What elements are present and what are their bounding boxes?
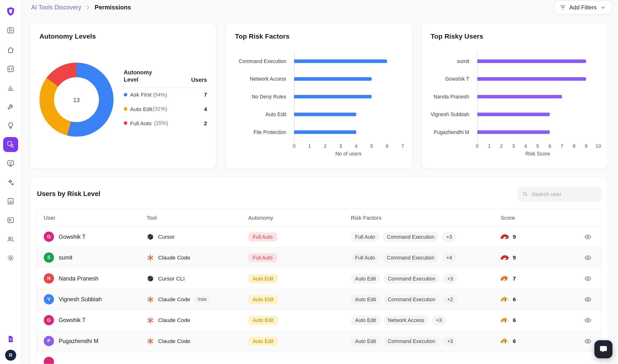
score-value: 6: [513, 296, 516, 302]
cursor-tool-icon: [147, 275, 154, 282]
sidebar-item-docs[interactable]: [3, 332, 18, 347]
donut-total: 13: [39, 63, 114, 137]
gauge-icon: [501, 318, 509, 323]
bar-row: File Protection: [235, 123, 403, 141]
legend-header-level: Autonomy Level: [124, 69, 158, 83]
summary-cards-row: Autonomy Levels 13 Autonomy Level Users …: [22, 14, 618, 169]
bar-category-label: Pugazhendhi M: [431, 129, 477, 135]
axis-tick: 10: [595, 143, 601, 149]
view-details-icon[interactable]: [584, 296, 592, 303]
sidebar-item-tools[interactable]: [3, 99, 18, 114]
col-header-score: Score: [501, 214, 560, 221]
legend-row: Auto Edit(31%)4: [124, 102, 207, 116]
legend-dot: [124, 93, 127, 97]
gear-icon: [7, 254, 15, 262]
sidebar-item-insights[interactable]: [3, 118, 18, 133]
autonomy-badge: Full Auto: [248, 232, 277, 241]
sidebar-item-home[interactable]: [3, 42, 18, 57]
bar-category-label: Nanda Pranesh: [431, 94, 477, 99]
view-details-icon[interactable]: [584, 316, 592, 324]
score-cell: 6: [501, 317, 560, 323]
bar-category-label: Vignesh Subbiah: [431, 112, 477, 117]
bar-track: [477, 130, 598, 134]
gauge-icon: [501, 255, 509, 260]
bar: [477, 95, 562, 99]
bar-track: [294, 95, 403, 99]
risky-users-axis-label: Risk Score: [477, 151, 598, 157]
user-cell: [44, 357, 147, 364]
score-cell: 6: [501, 296, 560, 302]
bar-track: [294, 130, 403, 134]
sidebar-item-workspace[interactable]: [3, 61, 18, 76]
sidebar-toggle[interactable]: [3, 23, 18, 38]
view-details-icon[interactable]: [584, 233, 592, 240]
bar: [477, 130, 550, 134]
risk-chip: Auto Edit: [351, 336, 380, 346]
view-details-icon[interactable]: [584, 254, 592, 261]
sidebar-item-users[interactable]: [3, 232, 18, 247]
table-row[interactable]: NNanda PraneshCursor CLIAuto EditAuto Ed…: [37, 268, 601, 289]
axis-tick: 0: [476, 143, 478, 149]
app-logo[interactable]: [6, 6, 16, 16]
score-cell: 9: [501, 234, 560, 240]
table-row[interactable]: GGowshik TClaude CodeAuto EditAuto EditN…: [37, 310, 601, 331]
tool-name: Claude Code: [158, 317, 190, 323]
table-row[interactable]: VVignesh SubbiahClaude CodemaxAuto EditA…: [37, 289, 601, 310]
top-risky-users-card: Top Risky Users sumitGowshik TNanda Pran…: [421, 23, 608, 169]
users-table: User Tool Autonomy Risk Factors Score GG…: [36, 209, 601, 364]
view-details-icon[interactable]: [584, 337, 592, 345]
score-value: 7: [513, 275, 516, 281]
legend-row: Ask First(54%)7: [124, 88, 207, 102]
table-row[interactable]: GGowshik TCursorFull AutoFull AutoComman…: [37, 226, 601, 247]
sidebar-item-billing[interactable]: [3, 213, 18, 228]
risk-more-chip: +3: [442, 232, 456, 242]
avatar: [44, 357, 54, 364]
table-row[interactable]: SsumitClaude CodeFull AutoFull AutoComma…: [37, 247, 601, 268]
axis-tick: 2: [324, 143, 326, 149]
bar-track: [294, 59, 403, 63]
user-name: Gowshik T: [59, 317, 85, 323]
risk-chip: Command Execution: [383, 273, 440, 283]
view-details-icon[interactable]: [584, 275, 592, 282]
axis-tick: 3: [512, 143, 515, 149]
document-icon: [7, 335, 15, 343]
sidebar-item-monitor[interactable]: [3, 156, 18, 171]
sidebar-item-discovery[interactable]: [3, 137, 18, 152]
legend-users-count: 7: [204, 91, 207, 98]
bar-track: [477, 59, 598, 63]
chat-bubble-icon: [599, 345, 608, 354]
id-card-icon: [7, 216, 15, 224]
risk-factors-chart: Command ExecutionNetwork AccessNo Deny R…: [235, 52, 403, 157]
table-body: GGowshik TCursorFull AutoFull AutoComman…: [37, 226, 601, 364]
legend-users-count: 4: [204, 106, 207, 112]
axis-tick: 4: [355, 143, 358, 149]
gauge-icon: [501, 276, 509, 281]
user-name: Nanda Pranesh: [59, 275, 98, 281]
autonomy-donut-wrap: 13 Autonomy Level Users Ask First(54%)7A…: [39, 63, 207, 137]
risk-factors-axis-ticks: 01234567: [294, 143, 403, 150]
sidebar-item-analytics[interactable]: [3, 80, 18, 95]
table-header-row: User Tool Autonomy Risk Factors Score: [37, 209, 601, 226]
sidebar-item-automations[interactable]: [3, 175, 18, 190]
search-input[interactable]: [531, 191, 597, 198]
legend-percent: (15%): [154, 120, 204, 126]
sidebar-item-settings[interactable]: [3, 250, 18, 265]
tool-badge: max: [194, 296, 210, 303]
risk-more-chip: +3: [443, 336, 457, 346]
report-chart-icon: [7, 197, 15, 205]
user-cell: NNanda Pranesh: [44, 273, 147, 283]
add-filters-button[interactable]: Add Filters: [554, 0, 612, 14]
search-box: [518, 187, 601, 202]
discovery-search-icon: [7, 141, 15, 148]
chat-launcher-button[interactable]: [594, 340, 612, 358]
user-name: Pugazhendhi M: [59, 338, 98, 344]
autonomy-cell: Auto Edit: [248, 316, 351, 325]
risk-more-chip: +3: [443, 273, 457, 283]
table-row[interactable]: PPugazhendhi MClaude CodeAuto EditAuto E…: [37, 331, 601, 351]
sidebar-nav: [3, 42, 18, 265]
axis-tick: 7: [401, 143, 404, 149]
sidebar-user-avatar[interactable]: R: [5, 350, 16, 361]
table-row-partial[interactable]: [37, 352, 601, 364]
sidebar-item-reports[interactable]: [3, 194, 18, 209]
breadcrumb-parent[interactable]: AI Tools Discovery: [31, 4, 81, 11]
